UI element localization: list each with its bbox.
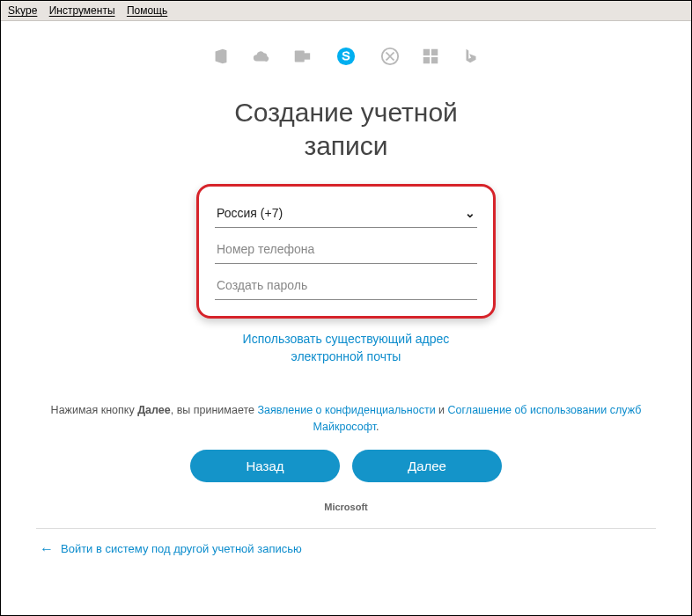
terms-text: Нажимая кнопку Далее, вы принимаете Заяв… bbox=[36, 402, 656, 436]
menu-skype[interactable]: Skype bbox=[8, 4, 37, 17]
onedrive-icon bbox=[252, 47, 271, 66]
svg-rect-7 bbox=[431, 57, 438, 63]
signup-form: Россия (+7) ⌄ bbox=[196, 184, 496, 319]
svg-rect-5 bbox=[431, 49, 438, 55]
country-value: Россия (+7) bbox=[217, 206, 283, 220]
next-button[interactable]: Далее bbox=[352, 450, 502, 482]
svg-rect-4 bbox=[423, 49, 430, 55]
skype-icon bbox=[333, 43, 359, 70]
svg-rect-0 bbox=[295, 51, 305, 62]
office-icon bbox=[211, 47, 231, 66]
menubar: Skype Инструменты Помощь bbox=[1, 1, 691, 21]
svg-rect-1 bbox=[304, 53, 310, 59]
microsoft-brand: Microsoft bbox=[36, 502, 656, 512]
windows-icon bbox=[421, 47, 440, 66]
switch-account-link[interactable]: ← Войти в систему под другой учетной зап… bbox=[36, 529, 656, 569]
svg-rect-6 bbox=[423, 57, 430, 63]
menu-help[interactable]: Помощь bbox=[127, 4, 167, 17]
password-field-wrapper bbox=[215, 271, 477, 300]
phone-input[interactable] bbox=[217, 242, 475, 256]
country-select[interactable]: Россия (+7) ⌄ bbox=[215, 199, 477, 228]
chevron-down-icon: ⌄ bbox=[465, 206, 475, 220]
privacy-link[interactable]: Заявление о конфиденциальности bbox=[257, 404, 435, 416]
arrow-left-icon: ← bbox=[40, 541, 54, 557]
menu-tools[interactable]: Инструменты bbox=[49, 4, 115, 17]
outlook-icon bbox=[292, 47, 312, 66]
xbox-icon bbox=[380, 47, 400, 66]
page-title: Создание учетной записи bbox=[36, 96, 656, 162]
password-input[interactable] bbox=[217, 278, 475, 292]
main-content: Создание учетной записи Россия (+7) ⌄ Ис… bbox=[1, 21, 691, 614]
phone-field-wrapper bbox=[215, 235, 477, 264]
service-icons-row bbox=[36, 43, 656, 70]
use-email-link[interactable]: Использовать существующий адрес электрон… bbox=[36, 331, 656, 365]
button-row: Назад Далее bbox=[36, 450, 656, 482]
bing-icon bbox=[461, 47, 481, 66]
back-button[interactable]: Назад bbox=[190, 450, 340, 482]
